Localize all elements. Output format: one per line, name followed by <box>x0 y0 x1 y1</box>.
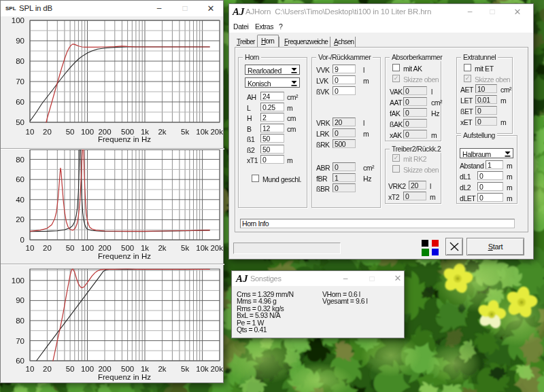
svg-text:20k: 20k <box>210 128 223 136</box>
svg-text:20: 20 <box>43 128 52 136</box>
svg-text:60: 60 <box>16 357 24 365</box>
svg-text:80: 80 <box>16 317 24 325</box>
svg-text:50: 50 <box>66 128 75 136</box>
svg-text:20: 20 <box>43 244 52 252</box>
svg-text:70: 70 <box>16 337 24 345</box>
svg-text:5k: 5k <box>181 244 189 252</box>
svg-text:60: 60 <box>16 175 24 183</box>
svg-text:2k: 2k <box>158 128 166 136</box>
svg-text:40: 40 <box>16 196 24 204</box>
svg-text:10: 10 <box>26 128 35 136</box>
svg-text:2k: 2k <box>158 244 166 252</box>
svg-text:80: 80 <box>16 57 24 65</box>
svg-text:50: 50 <box>16 118 24 126</box>
svg-text:20: 20 <box>16 215 24 224</box>
svg-text:500: 500 <box>121 365 134 373</box>
svg-text:90: 90 <box>16 296 24 304</box>
svg-text:10k: 10k <box>196 365 209 373</box>
svg-text:100: 100 <box>81 365 94 373</box>
svg-text:500: 500 <box>121 244 134 252</box>
svg-text:2k: 2k <box>158 365 166 373</box>
svg-text:100: 100 <box>12 277 24 285</box>
svg-text:50: 50 <box>66 365 75 373</box>
svg-text:70: 70 <box>16 77 24 86</box>
svg-text:0: 0 <box>20 236 24 244</box>
svg-text:Frequenz in Hz: Frequenz in Hz <box>98 135 151 143</box>
svg-text:100: 100 <box>12 16 24 24</box>
svg-text:20: 20 <box>43 365 52 373</box>
svg-text:20k: 20k <box>210 244 223 252</box>
svg-text:Frequenz in Hz: Frequenz in Hz <box>98 252 151 260</box>
svg-text:100: 100 <box>81 244 94 252</box>
svg-text:1k: 1k <box>141 365 149 373</box>
svg-text:80: 80 <box>16 156 24 164</box>
svg-text:100: 100 <box>81 128 94 136</box>
svg-text:1k: 1k <box>141 244 149 252</box>
svg-text:60: 60 <box>16 98 24 106</box>
svg-text:10: 10 <box>26 244 35 252</box>
svg-text:10k: 10k <box>196 244 209 252</box>
svg-text:5k: 5k <box>181 128 189 136</box>
svg-text:200: 200 <box>98 365 111 373</box>
svg-text:10: 10 <box>26 365 35 373</box>
svg-text:200: 200 <box>98 244 111 252</box>
svg-text:10k: 10k <box>196 128 209 136</box>
svg-text:90: 90 <box>16 37 24 45</box>
svg-text:5k: 5k <box>181 365 189 373</box>
svg-text:20k: 20k <box>210 365 223 373</box>
svg-text:Frequenz in Hz: Frequenz in Hz <box>98 373 151 381</box>
svg-text:50: 50 <box>66 244 75 252</box>
